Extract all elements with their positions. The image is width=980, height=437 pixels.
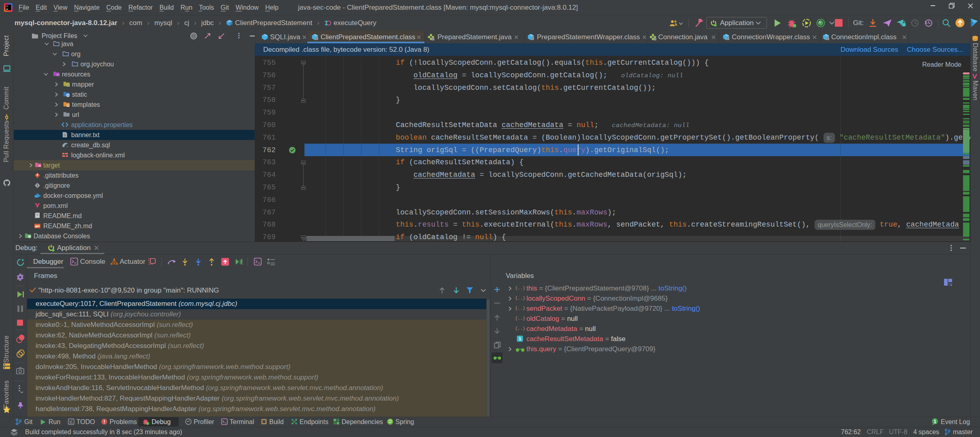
svg-text:1: 1 bbox=[934, 419, 936, 424]
